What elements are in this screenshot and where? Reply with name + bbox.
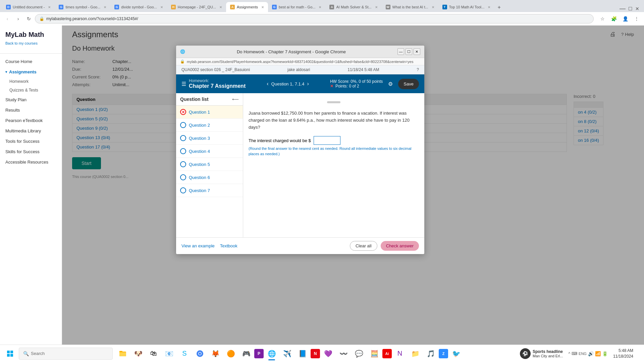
modal-maximize[interactable]: ☐: [406, 48, 412, 55]
taskbar-app-outlook[interactable]: 📘: [295, 346, 310, 361]
taskbar-app-acrobat[interactable]: Ai: [382, 349, 392, 358]
sidebar-sub-quizzes[interactable]: Quizzes & Tests: [0, 86, 62, 95]
tab-untitled[interactable]: D Untitled document - ✕: [2, 2, 55, 12]
extensions-button[interactable]: 🧩: [609, 14, 619, 23]
back-to-courses-link[interactable]: Back to my courses: [0, 41, 62, 51]
taskbar-app-game[interactable]: 🎮: [239, 346, 254, 361]
taskbar-app-calc[interactable]: 🧮: [367, 346, 382, 361]
taskbar-app-netflix[interactable]: N: [311, 349, 320, 358]
forward-button[interactable]: ›: [13, 14, 23, 23]
taskbar-app-music[interactable]: 🎵: [423, 346, 438, 361]
tab-close-times[interactable]: ✕: [104, 5, 106, 9]
tab-ai-solver[interactable]: A AI Math Solver & St... ✕: [325, 2, 381, 12]
profile-button[interactable]: 👤: [621, 14, 630, 23]
sidebar-sub-homework[interactable]: Homework: [0, 77, 62, 86]
window-close[interactable]: ✕: [635, 6, 639, 11]
tab-homepage[interactable]: H Homepage - 24F_QU... ✕: [167, 2, 226, 12]
taskbar-app-zoom[interactable]: Z: [439, 349, 448, 358]
news-widget[interactable]: ⚽ Sports headline Man City and Erl...: [517, 347, 566, 360]
taskbar-app-wave[interactable]: 〰️: [336, 346, 351, 361]
tab-what-best[interactable]: W What is the best AI t... ✕: [382, 2, 438, 12]
new-tab-button[interactable]: +: [494, 3, 504, 12]
collapse-button[interactable]: ⟵: [232, 97, 239, 102]
tab-close-top10[interactable]: ✕: [488, 5, 490, 9]
sidebar-item-multimedia[interactable]: Multimedia Library: [0, 126, 62, 136]
back-button[interactable]: ‹: [3, 14, 12, 23]
tab-times[interactable]: G times symbol - Goo... ✕: [55, 2, 110, 12]
tab-close-divide[interactable]: ✕: [160, 5, 163, 9]
question-list-item-5[interactable]: Question 5: [176, 158, 243, 171]
question-list-item-7[interactable]: Question 7: [176, 184, 243, 197]
textbook-button[interactable]: Textbook: [220, 243, 237, 248]
taskbar-app-mail[interactable]: 📧: [162, 346, 176, 361]
taskbar-app-store[interactable]: 🛍: [146, 346, 161, 361]
start-menu-button[interactable]: [3, 346, 17, 361]
question-list-item-2[interactable]: Question 2: [176, 119, 243, 132]
taskbar-app-doggy[interactable]: 🐶: [131, 346, 146, 361]
taskbar-app-orange[interactable]: 🟠: [223, 346, 238, 361]
save-button[interactable]: Save: [398, 79, 419, 89]
tab-close-best-ai[interactable]: ✕: [319, 5, 321, 9]
taskbar-app-onenote[interactable]: N: [392, 346, 407, 361]
tab-close-ai-solver[interactable]: ✕: [375, 5, 378, 9]
tab-close[interactable]: ✕: [48, 5, 51, 9]
eng-language[interactable]: ENG: [579, 352, 587, 356]
taskbar-app-purple2[interactable]: 💜: [321, 346, 335, 361]
view-example-button[interactable]: View an example: [181, 243, 215, 248]
tab-top10[interactable]: T Top 10 Math AI Tool... ✕: [438, 2, 495, 12]
question-list-item-4[interactable]: Question 4: [176, 145, 243, 158]
question-list-item-6[interactable]: Question 6: [176, 171, 243, 184]
sidebar-item-results[interactable]: Results: [0, 105, 62, 115]
more-button[interactable]: ⋮: [632, 14, 641, 23]
taskbar-search-bar[interactable]: 🔍 Search: [19, 348, 113, 360]
taskbar-app-purple[interactable]: P: [254, 349, 264, 358]
settings-button[interactable]: ⚙: [388, 81, 393, 87]
sidebar-item-course-home[interactable]: Course Home: [0, 56, 62, 67]
sidebar-item-study-plan[interactable]: Study Plan: [0, 95, 62, 105]
taskbar-app-whatsapp[interactable]: 💬: [352, 346, 366, 361]
bookmark-button[interactable]: ☆: [598, 14, 607, 23]
taskbar-app-telegram[interactable]: ✈️: [280, 346, 294, 361]
help-circle-icon[interactable]: ?: [417, 67, 419, 72]
volume-icon[interactable]: 🔊: [588, 351, 594, 356]
window-minimize[interactable]: —: [620, 5, 626, 12]
reload-button[interactable]: ↻: [24, 14, 34, 23]
question-list-item-3[interactable]: Question 3: [176, 132, 243, 145]
tab-best-ai[interactable]: G best ai for math - Go... ✕: [268, 2, 325, 12]
sidebar-item-etextbook[interactable]: Pearson eTextbook: [0, 115, 62, 126]
modal-minimize[interactable]: —: [397, 48, 404, 55]
next-question-button[interactable]: ›: [307, 81, 309, 87]
taskbar-app-skype[interactable]: S: [177, 346, 192, 361]
sidebar-item-skills[interactable]: Skills for Success: [0, 146, 62, 157]
up-arrow-icon[interactable]: ^: [568, 351, 570, 356]
drag-handle[interactable]: [327, 101, 340, 103]
tab-close-homepage[interactable]: ✕: [219, 5, 222, 9]
clear-all-button[interactable]: Clear all: [350, 241, 377, 251]
taskbar-app-file-explorer[interactable]: [115, 346, 130, 361]
tab-close-what-best[interactable]: ✕: [432, 5, 434, 9]
network-icon[interactable]: 📶: [595, 351, 601, 356]
show-desktop-button[interactable]: [639, 346, 641, 361]
answer-input[interactable]: [314, 136, 340, 145]
taskbar-app-chrome[interactable]: [193, 346, 207, 361]
tab-assignments[interactable]: A Assignments ✕: [226, 2, 268, 12]
prev-question-button[interactable]: ‹: [267, 81, 268, 87]
tab-divide[interactable]: G divide symbol - Goo... ✕: [110, 2, 167, 12]
taskbar-app-firefox[interactable]: 🦊: [208, 346, 223, 361]
keyboard-icon[interactable]: ⌨: [572, 351, 577, 356]
taskbar-app-folders[interactable]: 📁: [408, 346, 423, 361]
modal-close[interactable]: ✕: [414, 48, 420, 55]
taskbar-app-browser[interactable]: 🌐: [264, 346, 279, 361]
tab-close-assignments[interactable]: ✕: [261, 5, 264, 9]
taskbar-app-twitter[interactable]: 🐦: [449, 346, 464, 361]
sidebar-item-assignments[interactable]: ▾ Assignments: [0, 67, 62, 77]
window-maximize[interactable]: ☐: [628, 6, 633, 11]
question-list-item-1[interactable]: ✕ Question 1: [176, 106, 243, 119]
address-bar[interactable]: 🔒 mylabastering.pearson.com/?courseId=13…: [35, 14, 594, 23]
check-answer-button[interactable]: Check answer: [381, 241, 419, 251]
battery-icon[interactable]: 🔋: [602, 351, 608, 356]
sidebar-item-tools[interactable]: Tools for Success: [0, 136, 62, 146]
sidebar-item-accessible[interactable]: Accessible Resources: [0, 157, 62, 167]
menu-icon-button[interactable]: ☰: [181, 81, 186, 87]
taskbar-clock[interactable]: 5:48 AM 11/18/2024: [610, 348, 636, 359]
